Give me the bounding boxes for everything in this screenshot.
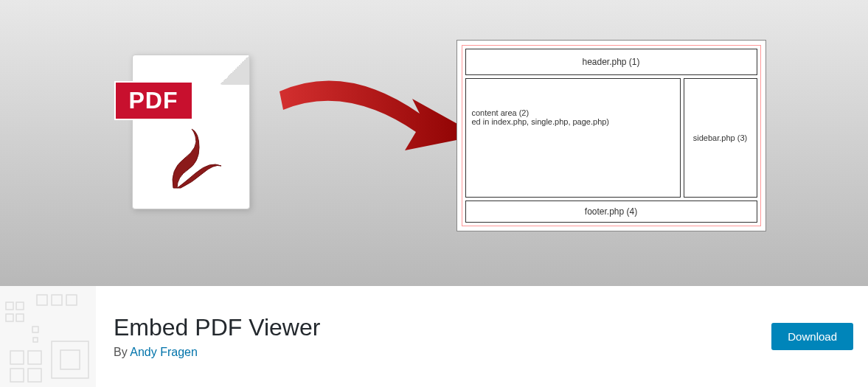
pdf-page-graphic: PDF: [132, 55, 250, 209]
diagram-footer-box: footer.php (4): [465, 201, 757, 223]
by-prefix: By: [114, 346, 130, 358]
template-diagram: header.php (1) content area (2) ed in in…: [456, 40, 766, 231]
svg-rect-0: [0, 286, 96, 387]
plugin-thumbnail: [0, 286, 96, 387]
download-button[interactable]: Download: [771, 323, 853, 350]
diagram-middle-row: content area (2) ed in index.php, single…: [465, 78, 757, 198]
diagram-inner: header.php (1) content area (2) ed in in…: [462, 45, 761, 226]
pdf-badge: PDF: [114, 81, 193, 120]
plugin-info-text: Embed PDF Viewer By Andy Fragen: [96, 314, 771, 359]
author-link[interactable]: Andy Fragen: [130, 346, 198, 358]
plugin-thumbnail-pattern: [0, 286, 96, 387]
diagram-content-line1: content area (2): [472, 108, 674, 117]
plugin-banner: PDF header.php (1) content area (2: [0, 0, 868, 286]
plugin-title: Embed PDF Viewer: [114, 314, 771, 341]
diagram-content-line2: ed in index.php, single.php, page.php): [472, 117, 674, 126]
diagram-sidebar-box: sidebar.php (3): [684, 78, 757, 198]
diagram-header-box: header.php (1): [465, 49, 757, 75]
adobe-swoosh-icon: [159, 125, 232, 199]
pdf-file-icon: PDF: [132, 55, 265, 224]
banner-content: PDF header.php (1) content area (2: [103, 40, 766, 246]
plugin-info-bar: Embed PDF Viewer By Andy Fragen Download: [0, 286, 868, 387]
diagram-content-box: content area (2) ed in index.php, single…: [465, 78, 681, 198]
plugin-author-line: By Andy Fragen: [114, 346, 771, 359]
